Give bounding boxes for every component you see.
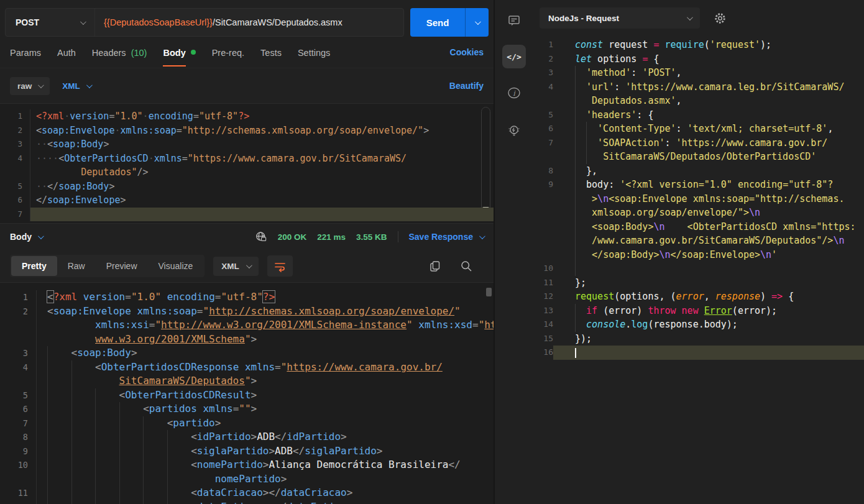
copy-icon[interactable] — [429, 260, 441, 272]
request-tabs: ParamsAuthHeaders (10)BodyPre-req.TestsS… — [10, 37, 330, 68]
comments-button[interactable] — [507, 14, 522, 28]
body-language-label: XML — [62, 81, 80, 91]
indent-guide — [71, 402, 96, 416]
tab-pre-req-[interactable]: Pre-req. — [212, 37, 244, 68]
indent-guide — [575, 220, 586, 234]
indent-guide — [119, 472, 144, 487]
response-size[interactable]: 3.55 KB — [356, 232, 387, 242]
indent-guide — [71, 472, 96, 487]
response-tab-raw[interactable]: Raw — [57, 256, 96, 276]
wrap-text-button[interactable] — [267, 255, 293, 277]
indent-guide — [575, 304, 586, 318]
response-tab-visualize[interactable]: Visualize — [148, 256, 204, 276]
indent-guide — [575, 150, 586, 164]
url-row: POST {{DeputadosSoapBaseUrl}}/SitCamaraW… — [0, 0, 494, 37]
hints-button[interactable] — [506, 123, 522, 139]
code-line: 2<soap:Envelope xmlns:soap="http://schem… — [0, 305, 494, 319]
indent-guide — [119, 430, 144, 444]
line-number: 4 — [0, 360, 32, 375]
tab-params[interactable]: Params — [10, 37, 41, 68]
line-number — [533, 94, 553, 108]
code-line: 3'method': 'POST', — [533, 66, 864, 80]
response-language-dropdown[interactable]: XML — [213, 257, 259, 276]
indent-guide — [71, 500, 96, 504]
chevron-down-icon — [475, 19, 481, 25]
line-number: 2 — [0, 124, 27, 138]
send-options-button[interactable] — [465, 8, 489, 37]
send-label[interactable]: Send — [410, 8, 465, 37]
line-number: 4 — [533, 80, 553, 94]
line-number: 16 — [533, 346, 553, 360]
code-line: 8}, — [533, 164, 864, 178]
indent-guide — [143, 416, 167, 431]
line-number: 4 — [0, 152, 27, 166]
request-url-field: POST {{DeputadosSoapBaseUrl}}/SitCamaraW… — [5, 8, 404, 37]
status-badge[interactable]: 200 OK — [278, 232, 307, 242]
indent-guide — [47, 472, 71, 487]
line-number: 6 — [0, 402, 32, 416]
line-number: 6 — [0, 193, 27, 208]
indent-guide — [167, 458, 191, 472]
line-number: 14 — [533, 318, 553, 332]
line-number — [0, 332, 32, 347]
line-number — [533, 192, 553, 206]
indent-guide — [586, 122, 597, 136]
method-dropdown[interactable]: POST — [6, 9, 95, 36]
cookies-link[interactable]: Cookies — [450, 47, 484, 57]
indent-guide — [95, 458, 119, 472]
indent-guide — [47, 388, 71, 403]
code-snippet-editor[interactable]: 1const request = require('request');2let… — [533, 32, 864, 504]
headers-count-badge: (10) — [131, 48, 147, 58]
indent-guide — [47, 486, 71, 500]
line-number — [0, 165, 27, 180]
info-button[interactable]: i — [507, 86, 522, 100]
code-line: 5··</soap:Body> — [0, 180, 494, 194]
tab-body[interactable]: Body — [163, 37, 195, 68]
indent-guide — [71, 430, 96, 444]
line-number — [533, 248, 553, 262]
response-tab-pretty[interactable]: Pretty — [11, 256, 57, 276]
request-panel: POST {{DeputadosSoapBaseUrl}}/SitCamaraW… — [0, 0, 494, 504]
save-response-button[interactable]: Save Response — [409, 232, 484, 242]
send-button[interactable]: Send — [410, 8, 489, 37]
tab-auth[interactable]: Auth — [57, 37, 76, 68]
code-line: 2let options = { — [533, 52, 864, 66]
context-icon-strip: </> i — [495, 0, 533, 504]
body-toolbar: raw XML Beautify — [0, 68, 494, 103]
response-body-dropdown[interactable]: Body — [10, 232, 42, 242]
response-tab-preview[interactable]: Preview — [96, 256, 148, 276]
indent-guide — [167, 486, 191, 500]
response-time[interactable]: 221 ms — [317, 232, 346, 242]
response-body-label: Body — [10, 232, 32, 242]
indent-guide — [143, 444, 167, 459]
code-line: 11<dataCriacao></dataCriacao> — [0, 486, 494, 500]
code-line: Deputados"/> — [0, 165, 494, 180]
snippet-language-dropdown[interactable]: NodeJs - Request — [540, 7, 700, 29]
code-snippet-button[interactable]: </> — [502, 45, 526, 68]
code-line: </soap:Body>\n</soap:Envelope>\n' — [533, 248, 864, 262]
search-icon[interactable] — [460, 260, 472, 272]
indent-guide — [95, 486, 119, 500]
indent-guide — [575, 318, 586, 332]
indent-guide — [575, 122, 586, 136]
indent-guide — [586, 136, 597, 150]
response-body-editor[interactable]: 1<?xml version="1.0" encoding="utf-8"?>2… — [0, 282, 494, 504]
body-type-dropdown[interactable]: raw — [10, 77, 50, 95]
indent-guide — [95, 500, 119, 504]
snippet-settings-button[interactable] — [714, 12, 727, 25]
url-input[interactable]: {{DeputadosSoapBaseUrl}}/SitCamaraWS/Dep… — [95, 17, 403, 27]
code-line: 3<soap:Body> — [0, 346, 494, 360]
body-language-dropdown[interactable]: XML — [62, 81, 91, 91]
indent-guide — [119, 402, 144, 416]
request-body-editor[interactable]: 1<?xml·version="1.0"·encoding="utf-8"?>2… — [0, 103, 494, 224]
snippet-language-label: NodeJs - Request — [548, 14, 619, 23]
code-line: 12<dataExtincao></dataExtincao> — [0, 500, 494, 504]
line-number: 5 — [0, 180, 27, 194]
tab-tests[interactable]: Tests — [260, 37, 282, 68]
beautify-link[interactable]: Beautify — [449, 81, 484, 91]
url-segment: /SitCamaraWS/Deputados.asmx — [213, 17, 342, 27]
tab-headers[interactable]: Headers (10) — [92, 37, 147, 68]
code-line: 12request(options, (error, response) => … — [533, 290, 864, 304]
comment-icon — [507, 14, 522, 28]
tab-settings[interactable]: Settings — [298, 37, 330, 68]
